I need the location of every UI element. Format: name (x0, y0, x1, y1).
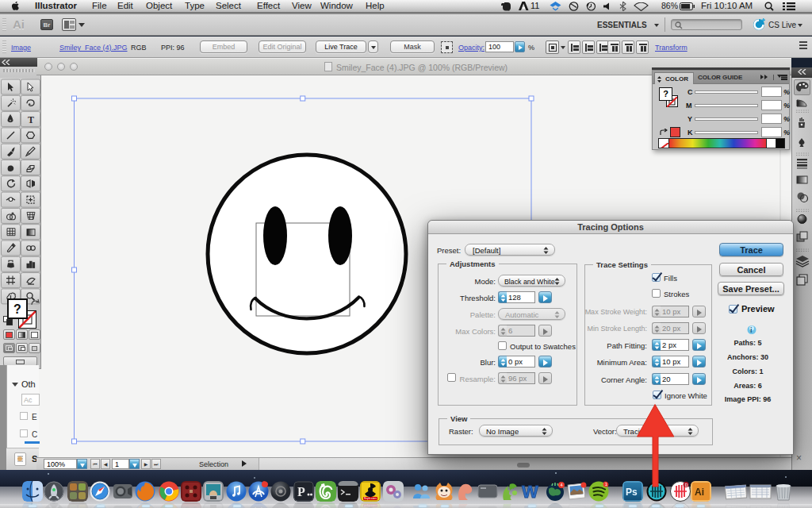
svg-text:Ps: Ps (626, 487, 638, 498)
svg-text:W: W (522, 482, 538, 502)
svg-text:D: D (685, 483, 688, 487)
svg-text:4: 4 (561, 483, 563, 487)
svg-text:1: 1 (605, 482, 607, 487)
svg-text:T: T (28, 114, 34, 125)
svg-text:Ai: Ai (695, 487, 704, 498)
svg-text:i: i (750, 326, 753, 334)
svg-text:Replicators: Replicators (364, 497, 377, 500)
svg-text:P: P (297, 485, 305, 498)
